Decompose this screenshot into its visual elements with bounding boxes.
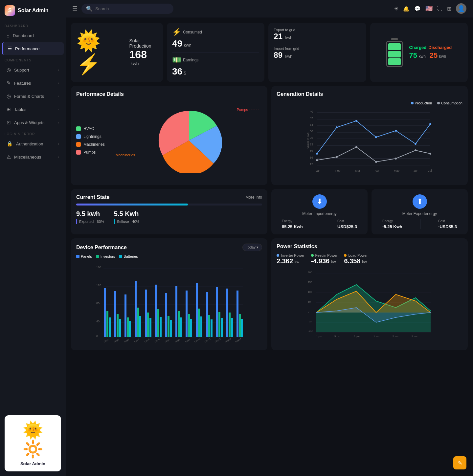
sun-icon[interactable]: ☀ [394,6,398,12]
legend-item-machineries: Machineries [76,142,109,147]
svg-text:1 am: 1 am [373,335,379,338]
exported-dot [76,219,77,224]
svg-rect-58 [129,321,131,337]
svg-point-23 [415,143,417,145]
svg-rect-77 [196,283,198,337]
export-value-row: 21 kwh [274,32,361,41]
pumps-label: Pumps [237,108,259,112]
consumed-icon: ⚡ [172,28,181,36]
components-section-label: COMPONENTS [0,55,66,63]
meter-export-icon: ⬆ [413,194,427,209]
svg-text:Day8: Day8 [174,338,180,343]
sidebar-item-features[interactable]: ✎ Features › [2,77,64,89]
sidebar-item-authentication[interactable]: 🔒 Authentication › [2,138,64,150]
more-info-link[interactable]: More Info [245,195,262,200]
svg-text:May: May [394,169,400,172]
svg-text:40: 40 [310,110,313,113]
svg-rect-89 [236,291,238,337]
sidebar-item-dashboard[interactable]: ⌂ Dashboard [2,30,64,42]
middle-row: Performace Details HVAC Lightnings [71,86,468,185]
battery-cap [391,38,398,40]
solar-panel-image: 🌞🔆 [23,421,43,459]
battery-visual [386,38,403,67]
feedin-power-metric: Feedin Power -4.936 kw [311,253,338,265]
state-selfuse-sub: Selfuse - 40% [114,219,139,224]
svg-rect-51 [106,311,108,337]
svg-text:5 am: 5 am [393,335,398,338]
earnings-unit: $ [184,71,186,76]
sidebar-item-forms-charts[interactable]: ◷ Forms & Charts › [2,90,64,102]
state-selfuse-val: 5.5 Kwh [114,210,139,218]
misc-icon: ⚠ [7,154,11,160]
batteries-legend: Batteries [119,254,138,258]
svg-text:-50: -50 [308,320,312,323]
sidebar-item-tables[interactable]: ⊞ Tables › [2,103,64,116]
svg-text:26: 26 [310,136,313,140]
svg-text:Day12: Day12 [214,337,221,343]
state-exported-val: 9.5 kwh [76,210,104,218]
svg-rect-81 [208,315,210,337]
sidebar-card-label: Solar Admin [20,461,45,466]
svg-text:23: 23 [310,143,313,146]
hamburger-icon[interactable]: ☰ [72,5,78,12]
earnings-icon: 💵 [172,56,181,64]
today-button[interactable]: Today ▾ [242,244,262,251]
svg-rect-91 [241,319,243,337]
bell-icon[interactable]: 🔔 [403,6,410,12]
discharged-value-group: 25 kwh [430,51,446,60]
svg-point-22 [395,130,397,132]
bottom-row: Device Performance Today ▾ Panels Invest… [71,238,468,350]
chevron-right-icon: › [58,121,59,124]
panels-dot [76,255,79,258]
battery-bar-1 [388,58,401,65]
selfuse-label: Selfuse - 40% [117,220,139,224]
svg-text:19: 19 [310,149,313,153]
sidebar-item-support[interactable]: ◎ Support › [2,64,64,76]
sidebar-item-apps-widgets[interactable]: ⊡ Apps & Widgets › [2,116,64,129]
search-input[interactable] [95,6,169,11]
investors-label: Investors [101,254,115,258]
export-import-card: Export to grid 21 kwh Import from grid 8… [268,23,366,82]
earnings-value: 36 [172,66,182,76]
logo-icon: S [5,5,15,16]
svg-point-19 [336,126,338,128]
svg-point-21 [375,136,377,138]
sidebar-item-miscellaneous[interactable]: ⚠ Miscellaneous › [2,151,64,163]
chevron-right-icon: › [58,155,59,159]
feedin-unit: kw [331,260,336,264]
meter-export-data: Energy -5.25 Kwh Cost -USD$5.3 [377,219,462,229]
grid-icon[interactable]: ⊞ [447,6,451,12]
svg-text:9 am: 9 am [412,335,417,338]
svg-rect-53 [114,291,116,337]
sidebar-item-performance[interactable]: ☰ Performance [2,42,64,55]
float-button[interactable]: ✎ [453,456,466,469]
svg-text:Day4: Day4 [134,338,140,343]
charged-value: 75 [409,51,417,59]
meter-export-card: ⬆ Meter Exportenergy Energy -5.25 Kwh Co… [372,189,468,234]
svg-text:Jun: Jun [414,169,418,172]
current-state-title: Current State [76,194,109,200]
search-box[interactable]: 🔍 [81,4,173,14]
avatar[interactable]: 👤 [456,3,466,14]
svg-text:-100: -100 [308,330,313,333]
solar-title: Solar [129,38,158,43]
chevron-right-icon: › [58,108,59,111]
expand-icon[interactable]: ⛶ [437,6,442,11]
earnings-value-row: 36 $ [172,66,259,77]
feedin-label-text: Feedin Power [315,253,338,257]
content-area: 🌞⚡ Solar Production 168 kwh ⚡ Consumed [66,17,473,476]
inverter-val: 2.362 [277,257,293,265]
inverter-dot [277,254,279,257]
svg-point-31 [429,153,431,155]
consumed-stat: ⚡ Consumed 49 kwh [172,28,259,49]
chat-icon[interactable]: 💬 [414,6,421,12]
exported-label: Exported - 60% [79,220,104,224]
meter-export-divider [420,219,420,229]
flag-icon[interactable]: 🇺🇸 [425,5,433,12]
app-title: Solar Admin [18,8,49,13]
apps-icon: ⊡ [7,119,11,125]
svg-text:Day14: Day14 [235,337,242,343]
features-icon: ✎ [7,80,11,86]
power-stats-chart: 200 150 100 50 0 -50 -100 [277,268,462,340]
svg-rect-55 [119,319,121,337]
